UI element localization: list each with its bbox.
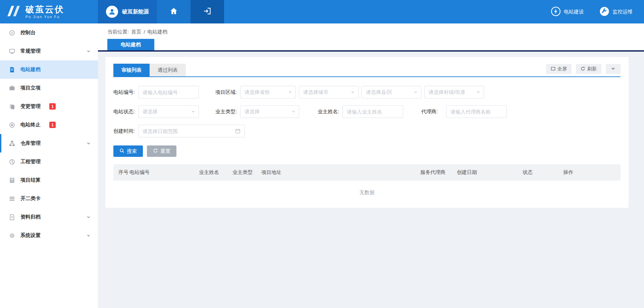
sidebar-item-label: 项目结算 bbox=[20, 177, 41, 183]
fullscreen-label: 全屏 bbox=[557, 66, 567, 72]
sidebar-item-station-termination[interactable]: 电站终止 1 bbox=[0, 116, 98, 134]
filter-row-3: 创建时间: bbox=[113, 125, 621, 137]
record-icon bbox=[9, 122, 15, 128]
user-menu[interactable]: 破茧新能源 bbox=[98, 0, 157, 23]
sidebar-item-dashboard[interactable]: 控制台 bbox=[0, 23, 98, 42]
refresh-button[interactable]: 刷新 bbox=[576, 64, 601, 74]
chevron-down-icon bbox=[87, 215, 91, 219]
briefcase-icon bbox=[9, 85, 15, 91]
fullscreen-button[interactable]: 全屏 bbox=[546, 64, 572, 74]
filter-row-2: 电站状态: 请选择 业主类型: 请选择 业主姓名: bbox=[113, 105, 621, 118]
logout-button[interactable] bbox=[191, 0, 224, 23]
sidebar-item-class2-card[interactable]: 开二类卡 bbox=[0, 189, 98, 208]
reset-button[interactable]: 重置 bbox=[147, 145, 176, 157]
town-placeholder: 请选择村镇/街道 bbox=[429, 89, 465, 96]
chevron-down-icon bbox=[87, 141, 91, 145]
tab-passed-list[interactable]: 通过列表 bbox=[150, 64, 186, 76]
sidebar-item-project-settlement[interactable]: 项目结算 bbox=[0, 171, 98, 189]
sidebar: 控制台 常规管理 电站建档 bbox=[0, 23, 98, 308]
logout-icon bbox=[203, 7, 211, 16]
sidebar-item-project-initiation[interactable]: 项目立项 bbox=[0, 79, 98, 97]
date-range-picker[interactable] bbox=[138, 125, 245, 137]
breadcrumb-prefix: 当前位置: bbox=[107, 29, 129, 35]
calendar-icon bbox=[235, 128, 240, 134]
sidebar-item-change-mgmt[interactable]: 变更管理 1 bbox=[0, 97, 98, 116]
station-no-input[interactable] bbox=[138, 86, 199, 99]
breadcrumb-home[interactable]: 首页 bbox=[131, 29, 141, 35]
company-name: 破茧新能源 bbox=[122, 8, 149, 15]
home-button[interactable] bbox=[157, 0, 191, 23]
chevron-down-icon bbox=[288, 90, 292, 94]
header-spacer bbox=[224, 0, 551, 23]
table-header: 序号 电站编号 业主姓名 业主类型 项目地址 服务代理商 创建日期 状态 操作 bbox=[113, 164, 621, 181]
owner-type-placeholder: 请选择 bbox=[245, 109, 260, 115]
nav-label: 电站建设 bbox=[564, 9, 584, 15]
sidebar-item-general-mgmt[interactable]: 常规管理 bbox=[0, 42, 98, 60]
search-icon bbox=[119, 148, 124, 154]
sidebar-item-station-archive[interactable]: 电站建档 bbox=[0, 60, 98, 79]
town-select[interactable]: 请选择村镇/街道 bbox=[424, 86, 484, 99]
tab-review-list[interactable]: 审核列表 bbox=[113, 64, 150, 76]
panel-tabs: 审核列表 通过列表 全屏 bbox=[113, 64, 621, 77]
sidebar-item-system-settings[interactable]: 系统设置 bbox=[0, 226, 98, 245]
owner-name-input[interactable] bbox=[342, 105, 403, 118]
sidebar-item-label: 电站终止 bbox=[20, 122, 41, 128]
province-select[interactable]: 请选择省份 bbox=[240, 86, 296, 99]
sidebar-item-engineering-mgmt[interactable]: 工程管理 bbox=[0, 152, 98, 171]
file-icon bbox=[9, 214, 15, 221]
filter-row-1: 电站编号: 项目区域: 请选择省份 请选择城市 bbox=[113, 86, 621, 99]
empty-state: 无数据 bbox=[113, 189, 621, 196]
owner-type-select[interactable]: 请选择 bbox=[240, 105, 299, 118]
column-header-agent: 服务代理商 bbox=[420, 164, 445, 181]
sidebar-item-label: 电站建档 bbox=[20, 66, 41, 73]
lightning-icon bbox=[551, 6, 561, 17]
city-select[interactable]: 请选择城市 bbox=[299, 86, 359, 99]
column-header-status: 状态 bbox=[523, 164, 533, 181]
brand-logo: 破茧云伏 Po Jian Yun Fu bbox=[0, 0, 98, 23]
brand-text: 破茧云伏 Po Jian Yun Fu bbox=[25, 5, 64, 19]
refresh-icon bbox=[581, 66, 585, 72]
nav-monitor-ops[interactable]: 监控运维 bbox=[599, 6, 633, 17]
chevron-down-icon bbox=[191, 110, 195, 114]
status-placeholder: 请选择 bbox=[143, 109, 158, 115]
top-header: 破茧云伏 Po Jian Yun Fu 破茧新能源 bbox=[0, 0, 644, 23]
nav-label: 监控运维 bbox=[612, 9, 633, 15]
panel-tools: 全屏 刷新 bbox=[546, 64, 621, 74]
search-button[interactable]: 搜索 bbox=[113, 145, 143, 157]
content-card: 审核列表 通过列表 全屏 bbox=[105, 57, 629, 208]
sidebar-item-label: 项目立项 bbox=[20, 85, 41, 91]
column-header-address: 项目地址 bbox=[261, 164, 281, 181]
sidebar-item-label: 控制台 bbox=[20, 29, 36, 36]
notification-badge: 1 bbox=[49, 122, 56, 128]
agent-input[interactable] bbox=[446, 105, 507, 118]
county-select[interactable]: 请选择县/区 bbox=[362, 86, 421, 99]
nav-station-build[interactable]: 电站建设 bbox=[551, 6, 584, 17]
document-icon bbox=[9, 66, 15, 73]
main-content: 当前位置: 首页 / 电站建档 电站建档 审核列表 通过列表 全屏 bbox=[98, 23, 644, 308]
sidebar-item-label: 资料归档 bbox=[20, 214, 41, 220]
station-status-select[interactable]: 请选择 bbox=[138, 105, 199, 118]
sidebar-item-warehouse-mgmt[interactable]: 仓库管理 bbox=[0, 134, 98, 152]
search-label: 搜索 bbox=[127, 148, 137, 155]
collapse-button[interactable] bbox=[606, 64, 621, 74]
header-nav: 电站建设 监控运维 bbox=[551, 0, 633, 23]
sitemap-icon bbox=[9, 140, 15, 147]
reset-icon bbox=[153, 148, 158, 154]
action-bar: 搜索 重置 bbox=[113, 145, 621, 157]
reset-label: 重置 bbox=[160, 148, 170, 155]
column-header-owner-name: 业主姓名 bbox=[199, 164, 219, 181]
sidebar-item-label: 仓库管理 bbox=[20, 140, 41, 146]
agent-label: 代理商: bbox=[421, 109, 446, 115]
column-header-index: 序号 bbox=[118, 164, 128, 181]
date-range-input[interactable] bbox=[143, 128, 235, 134]
sidebar-item-label: 开二类卡 bbox=[20, 195, 41, 202]
app-window: 破茧云伏 Po Jian Yun Fu 破茧新能源 bbox=[0, 0, 644, 308]
sidebar-item-label: 变更管理 bbox=[20, 103, 41, 110]
fullscreen-icon bbox=[551, 66, 555, 72]
page-tab-station-archive[interactable]: 电站建档 bbox=[107, 39, 154, 50]
owner-name-label: 业主姓名: bbox=[318, 109, 342, 115]
avatar[interactable] bbox=[106, 6, 118, 18]
sidebar-item-label: 常规管理 bbox=[20, 48, 41, 54]
sidebar-item-data-archive[interactable]: 资料归档 bbox=[0, 208, 98, 226]
chevron-down-icon bbox=[87, 234, 91, 238]
